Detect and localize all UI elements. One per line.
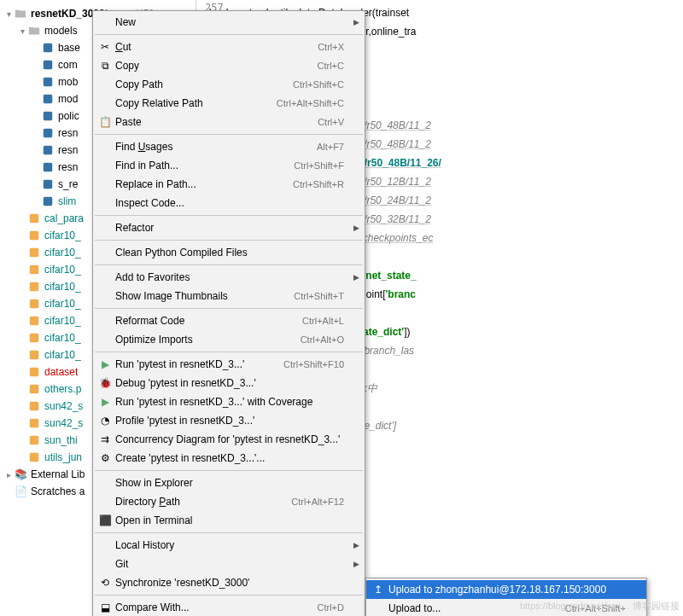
- tree-label: others.p: [44, 383, 81, 395]
- python-file-icon: [41, 126, 55, 140]
- menu-open-terminal[interactable]: ⬛Open in Terminal: [93, 511, 365, 530]
- tree-label: base: [58, 42, 80, 54]
- menu-optimize[interactable]: Optimize ImportsCtrl+Alt+O: [93, 330, 365, 349]
- svg-rect-3: [44, 95, 53, 104]
- submenu-upload[interactable]: ↥Upload to zhongzhanhui@172.18.167.150:3…: [366, 580, 646, 599]
- python-file-icon: [27, 314, 41, 328]
- tree-label: cifar10_: [44, 264, 81, 276]
- python-file-icon: [27, 229, 41, 242]
- python-file-icon: [27, 246, 41, 259]
- tree-label: cifar10_: [44, 315, 81, 327]
- svg-rect-13: [30, 265, 39, 275]
- svg-rect-20: [30, 385, 39, 394]
- profile-icon: ◔: [96, 415, 114, 427]
- menu-profile[interactable]: ◔Profile 'pytest in resnetKD_3...': [93, 411, 365, 430]
- tree-label: utils_jun: [44, 451, 82, 463]
- svg-rect-9: [44, 197, 53, 206]
- copy-icon: ⧉: [96, 60, 114, 72]
- menu-local-history[interactable]: Local History▶: [93, 536, 365, 555]
- menu-run[interactable]: ▶Run 'pytest in resnetKD_3...'Ctrl+Shift…: [93, 355, 365, 374]
- python-file-icon: [41, 75, 55, 89]
- svg-rect-12: [30, 248, 39, 258]
- tree-label: cifar10_: [44, 332, 81, 344]
- menu-refactor[interactable]: Refactor▶: [93, 218, 365, 237]
- diagram-icon: ⇉: [96, 433, 114, 445]
- menu-replace-in-path[interactable]: Replace in Path...Ctrl+Shift+R: [93, 175, 365, 194]
- svg-rect-19: [30, 368, 39, 377]
- python-file-icon: [27, 450, 41, 464]
- svg-rect-0: [44, 44, 53, 53]
- svg-rect-11: [30, 231, 39, 241]
- menu-paste[interactable]: 📋PasteCtrl+V: [93, 113, 365, 131]
- python-file-icon: [41, 109, 55, 123]
- paste-icon: 📋: [96, 116, 114, 128]
- expand-icon: ▾: [3, 9, 14, 19]
- tree-label: cifar10_: [44, 247, 81, 259]
- svg-rect-23: [30, 436, 39, 445]
- menu-reformat[interactable]: Reformat CodeCtrl+Alt+L: [93, 311, 365, 330]
- menu-cut[interactable]: ✂CutCtrl+X: [93, 38, 365, 56]
- python-file-icon: [27, 399, 41, 413]
- menu-find-usages[interactable]: Find UsagesAlt+F7: [93, 137, 365, 156]
- tree-label: polic: [58, 110, 79, 122]
- compare-icon: ⬓: [96, 601, 114, 613]
- chevron-right-icon: ▶: [353, 541, 359, 549]
- menu-compare[interactable]: ⬓Compare With...Ctrl+D: [93, 598, 365, 616]
- menu-run-coverage[interactable]: ▶Run 'pytest in resnetKD_3...' with Cove…: [93, 392, 365, 411]
- watermark: https://blog.csdn.net/wei… 博客园链接: [520, 600, 680, 613]
- menu-clean-pyc[interactable]: Clean Python Compiled Files: [93, 243, 365, 262]
- menu-inspect[interactable]: Inspect Code...: [93, 194, 365, 212]
- python-file-icon: [27, 433, 41, 447]
- menu-git[interactable]: Git▶: [93, 555, 365, 573]
- python-file-icon: [27, 416, 41, 430]
- menu-concurrency[interactable]: ⇉Concurrency Diagram for 'pytest in resn…: [93, 430, 365, 449]
- tree-label: cifar10_: [44, 230, 81, 241]
- context-menu: New▶ ✂CutCtrl+X ⧉CopyCtrl+C Copy PathCtr…: [92, 10, 365, 616]
- svg-rect-7: [44, 163, 53, 172]
- menu-copy[interactable]: ⧉CopyCtrl+C: [93, 56, 365, 75]
- svg-rect-21: [30, 402, 39, 411]
- chevron-right-icon: ▶: [353, 273, 359, 282]
- upload-icon: ↥: [370, 584, 387, 596]
- python-file-icon: [27, 263, 41, 276]
- menu-show-explorer[interactable]: Show in Explorer: [93, 474, 365, 492]
- python-file-icon: [41, 177, 55, 191]
- svg-rect-8: [44, 180, 53, 189]
- svg-rect-4: [44, 112, 53, 121]
- svg-rect-1: [44, 61, 53, 70]
- tree-label: Scratches a: [31, 485, 85, 497]
- svg-rect-18: [30, 351, 39, 360]
- chevron-right-icon: ▶: [353, 224, 359, 232]
- chevron-right-icon: ▶: [353, 18, 359, 26]
- tree-label: dataset: [44, 366, 78, 378]
- folder-icon: [27, 24, 41, 38]
- menu-new[interactable]: New▶: [93, 13, 365, 32]
- expand-icon: ▾: [17, 26, 27, 36]
- tree-label: s_re: [58, 178, 78, 190]
- tree-label: sun42_s: [44, 417, 83, 429]
- menu-synchronize[interactable]: ⟲Synchronize 'resnetKD_3000': [93, 573, 365, 592]
- menu-add-favorites[interactable]: Add to Favorites▶: [93, 268, 365, 287]
- folder-icon: [14, 7, 27, 20]
- run-icon: ▶: [96, 358, 114, 370]
- menu-copy-rel-path[interactable]: Copy Relative PathCtrl+Alt+Shift+C: [93, 94, 365, 113]
- menu-create-config[interactable]: ⚙Create 'pytest in resnetKD_3...'...: [93, 449, 365, 468]
- svg-rect-24: [30, 453, 39, 462]
- tree-label: mob: [58, 76, 78, 88]
- tree-label: com: [58, 59, 78, 71]
- menu-show-thumbs[interactable]: Show Image ThumbnailsCtrl+Shift+T: [93, 287, 365, 305]
- library-icon: 📚: [14, 468, 27, 481]
- menu-find-in-path[interactable]: Find in Path...Ctrl+Shift+F: [93, 156, 365, 175]
- tree-label: sun42_s: [44, 400, 83, 412]
- python-file-icon: [41, 92, 55, 106]
- menu-copy-path[interactable]: Copy PathCtrl+Shift+C: [93, 75, 365, 94]
- tree-label: models: [44, 25, 78, 37]
- tree-label: cifar10_: [44, 349, 81, 361]
- tree-label: resn: [58, 161, 78, 173]
- expand-icon: ▸: [3, 470, 14, 479]
- python-file-icon: [41, 58, 55, 72]
- menu-debug[interactable]: 🐞Debug 'pytest in resnetKD_3...': [93, 374, 365, 392]
- menu-dir-path[interactable]: Directory PathCtrl+Alt+F12: [93, 492, 365, 511]
- python-file-icon: [41, 195, 55, 208]
- terminal-icon: ⬛: [96, 514, 114, 526]
